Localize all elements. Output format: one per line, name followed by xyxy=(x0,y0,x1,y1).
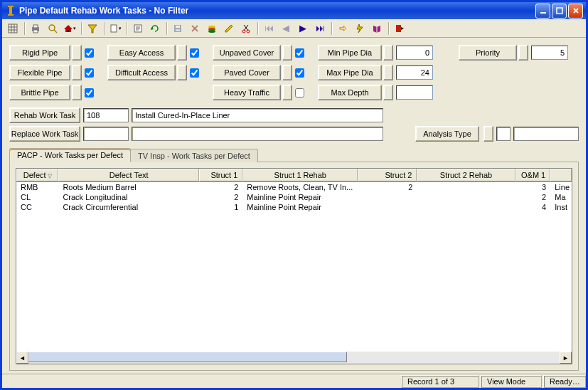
max-depth-button[interactable]: Max Depth xyxy=(318,85,382,100)
heavy-traffic-button[interactable]: Heavy Traffic xyxy=(213,85,281,100)
edit-icon[interactable] xyxy=(221,21,237,36)
scroll-left-button[interactable]: ◄ xyxy=(16,352,28,364)
flexible-pipe-checkbox[interactable] xyxy=(85,68,94,78)
paved-cover-opt-button[interactable] xyxy=(282,65,292,80)
priority-label: Priority xyxy=(476,48,500,57)
rehab-work-task-button[interactable]: Rehab Work Task xyxy=(9,107,80,123)
max-pipe-dia-label: Max Pipe Dia xyxy=(326,68,373,77)
book-icon[interactable] xyxy=(369,21,385,36)
easy-access-button[interactable]: Easy Access xyxy=(107,45,176,60)
maximize-button[interactable] xyxy=(552,4,567,19)
grid-body[interactable]: RMBRoots Medium Barrel2Remove Roots, Cle… xyxy=(16,182,572,352)
scroll-track[interactable] xyxy=(28,352,560,364)
svg-rect-13 xyxy=(33,25,38,28)
easy-access-opt-button[interactable] xyxy=(177,45,187,60)
priority-opt-button[interactable] xyxy=(518,45,528,60)
print-icon[interactable] xyxy=(28,21,43,36)
tab-pacp[interactable]: PACP - Work Tasks per Defect xyxy=(9,148,131,162)
table-row[interactable]: CLCrack Longitudinal2Mainline Point Repa… xyxy=(16,192,572,202)
min-pipe-dia-input[interactable] xyxy=(396,46,433,60)
svg-rect-1 xyxy=(8,6,14,7)
col-struct2-rehab[interactable]: Struct 2 Rehab xyxy=(417,169,515,181)
svg-rect-18 xyxy=(68,30,69,32)
funnel-icon[interactable] xyxy=(85,21,100,36)
analysis-type-opt-button[interactable] xyxy=(483,126,493,142)
stack-icon[interactable] xyxy=(204,21,220,36)
save-icon[interactable] xyxy=(170,21,186,36)
max-pipe-dia-input[interactable] xyxy=(396,65,433,80)
tb-grid-icon[interactable] xyxy=(5,21,21,36)
unpaved-cover-opt-button[interactable] xyxy=(282,45,292,60)
scroll-thumb[interactable] xyxy=(28,352,347,362)
col-struct1[interactable]: Struct 1 xyxy=(199,169,242,181)
difficult-access-label: Difficult Access xyxy=(115,68,168,77)
brittle-pipe-opt-button[interactable] xyxy=(72,85,82,100)
col-om1[interactable]: O&M 1 xyxy=(515,169,551,181)
easy-access-label: Easy Access xyxy=(119,48,164,57)
paved-cover-label: Paved Cover xyxy=(224,68,269,77)
col-struct2[interactable]: Struct 2 xyxy=(358,169,417,181)
scroll-right-button[interactable]: ► xyxy=(560,352,572,364)
replace-code-field[interactable] xyxy=(83,127,129,141)
max-depth-opt-button[interactable] xyxy=(383,85,393,100)
col-om1-rehab[interactable] xyxy=(550,169,572,181)
heavy-traffic-opt-button[interactable] xyxy=(282,85,292,100)
flexible-pipe-opt-button[interactable] xyxy=(72,65,82,80)
house-icon[interactable]: ▾ xyxy=(62,21,77,36)
table-row[interactable]: CCCrack Circumferential1Mainline Point R… xyxy=(16,202,572,212)
tab-tv-insp[interactable]: TV Insp - Work Tasks per Defect xyxy=(130,149,258,162)
paved-cover-button[interactable]: Paved Cover xyxy=(213,65,281,80)
difficult-access-button[interactable]: Difficult Access xyxy=(107,65,176,80)
col-struct1-rehab[interactable]: Struct 1 Rehab xyxy=(242,169,358,181)
min-pipe-dia-button[interactable]: Min Pipe Dia xyxy=(318,45,382,60)
cut-icon[interactable] xyxy=(238,21,254,36)
easy-access-checkbox[interactable] xyxy=(190,48,199,58)
rigid-pipe-checkbox[interactable] xyxy=(85,48,94,58)
max-pipe-dia-button[interactable]: Max Pipe Dia xyxy=(318,65,382,80)
prev-icon[interactable]: ◀ xyxy=(278,21,294,36)
analysis-type-button[interactable]: Analysis Type xyxy=(415,126,479,142)
analysis-type-label: Analysis Type xyxy=(423,130,471,138)
rehab-desc-field: Install Cured-In-Place Liner xyxy=(132,108,383,122)
analysis-code-field[interactable] xyxy=(496,127,511,141)
max-depth-input[interactable] xyxy=(396,85,433,100)
priority-input[interactable] xyxy=(531,46,568,60)
bolt-icon[interactable] xyxy=(352,21,368,36)
last-icon[interactable]: ⏭ xyxy=(312,21,328,36)
flexible-pipe-button[interactable]: Flexible Pipe xyxy=(9,65,70,80)
replace-work-task-button[interactable]: Replace Work Task xyxy=(9,126,80,142)
search-icon[interactable] xyxy=(45,21,60,36)
table-row[interactable]: RMBRoots Medium Barrel2Remove Roots, Cle… xyxy=(16,182,572,192)
refresh-icon[interactable] xyxy=(147,21,163,36)
brittle-pipe-button[interactable]: Brittle Pipe xyxy=(9,85,70,100)
minimize-button[interactable] xyxy=(535,4,550,19)
first-icon[interactable]: ⏮ xyxy=(261,21,277,36)
delete-icon[interactable] xyxy=(187,21,203,36)
heavy-traffic-checkbox[interactable] xyxy=(295,88,304,98)
unpaved-cover-button[interactable]: Unpaved Cover xyxy=(213,45,281,60)
col-defect[interactable]: Defect▽ xyxy=(16,169,58,181)
close-button[interactable] xyxy=(568,4,583,19)
rigid-pipe-opt-button[interactable] xyxy=(72,45,82,60)
difficult-access-opt-button[interactable] xyxy=(177,65,187,80)
notes-icon[interactable] xyxy=(130,21,146,36)
defect-grid[interactable]: Defect▽ Defect Text Struct 1 Struct 1 Re… xyxy=(16,168,572,364)
unpaved-cover-checkbox[interactable] xyxy=(295,48,304,58)
difficult-access-checkbox[interactable] xyxy=(190,68,199,78)
rehab-code-field[interactable]: 108 xyxy=(83,108,129,122)
exit-icon[interactable] xyxy=(392,21,407,36)
arrow-right-icon[interactable]: ➪ xyxy=(335,21,351,36)
next-icon[interactable]: ▶ xyxy=(295,21,311,36)
horizontal-scrollbar[interactable]: ◄ ► xyxy=(16,352,572,364)
brittle-pipe-checkbox[interactable] xyxy=(85,88,94,98)
unpaved-cover-label: Unpaved Cover xyxy=(220,48,274,57)
min-pipe-dia-opt-button[interactable] xyxy=(383,45,393,60)
paved-cover-checkbox[interactable] xyxy=(295,68,304,78)
col-defect-text[interactable]: Defect Text xyxy=(58,169,199,181)
window-title: Pipe Default Rehab Work Tasks - No Filte… xyxy=(19,6,535,16)
new-icon[interactable]: ▾ xyxy=(107,21,123,36)
max-pipe-dia-opt-button[interactable] xyxy=(383,65,393,80)
svg-marker-34 xyxy=(225,25,232,32)
rigid-pipe-button[interactable]: Rigid Pipe xyxy=(9,45,70,60)
priority-button[interactable]: Priority xyxy=(459,45,517,60)
